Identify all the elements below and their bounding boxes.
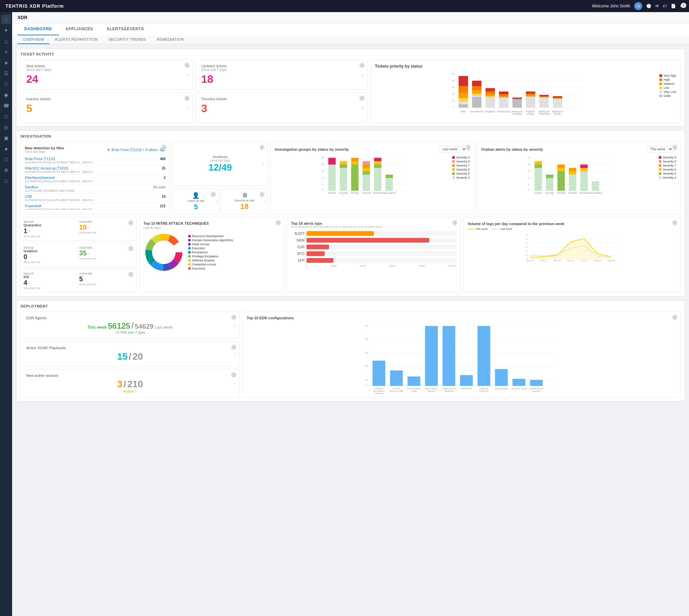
updated-tickets-card[interactable]: i Updated tickets Since last 7 days 18 › [196, 60, 368, 90]
devices-arrow[interactable]: › [264, 199, 265, 204]
quarantine-manual-arrow[interactable]: › [29, 229, 30, 234]
tag-icon[interactable]: 🏷 [663, 4, 667, 8]
detection-row-brute: Brute Force (T1110)AUTHENTICATION AUTH B… [25, 156, 165, 166]
updated-tickets-info[interactable]: i [359, 63, 365, 68]
svg-text:endpoints: endpoints [480, 390, 488, 392]
kill-auto-arrow[interactable]: › [84, 277, 86, 282]
orphan-info[interactable]: i [672, 145, 677, 150]
soar-info[interactable]: i [231, 345, 237, 350]
tab-appliances[interactable]: APPLIANCES [59, 23, 100, 35]
subtab-alerts-repartition[interactable]: ALERTS REPARTITION [49, 35, 103, 44]
sidebar-item-users2[interactable]: ⬡ [1, 155, 11, 164]
kill-manual-arrow[interactable]: › [29, 281, 30, 285]
sidebar-item-user[interactable]: ◈ [1, 144, 11, 153]
sidebar-item-shield[interactable]: ⬡ [1, 80, 11, 89]
soar-arrow[interactable]: › [234, 352, 235, 356]
new-tickets-arrow[interactable]: › [187, 72, 188, 78]
sidebar-item-users[interactable]: ◎ [1, 123, 11, 132]
inactive-tickets-card[interactable]: i Inactive tickets 5 › [21, 92, 193, 123]
isolation-auto-label: Automatic [79, 246, 133, 249]
sidebar-item-alert[interactable]: △ [1, 36, 11, 46]
sources-info[interactable]: i [231, 372, 237, 377]
alerts-type-info[interactable]: i [452, 220, 458, 225]
orphan-time-select[interactable]: This week Last week [646, 146, 673, 152]
users-arrow[interactable]: › [215, 199, 217, 204]
soar-card[interactable]: i Active SOAR Playbooks 15 / 20 › [21, 342, 240, 366]
quarantine-manual-sub: Since last 24h [24, 235, 78, 238]
priority-bar-chart: 50 40 30 20 10 0 [375, 71, 657, 115]
new-tickets-label: New tickets [26, 64, 187, 68]
isolation-auto-arrow[interactable]: › [88, 251, 89, 256]
inv-groups-info[interactable]: i [466, 145, 471, 150]
svg-text:Due encryption: Due encryption [494, 388, 508, 390]
detection-filter-btn[interactable]: ▼ Brute Force (T1110) + 6 others 28 [107, 148, 166, 152]
svg-text:Thu.22: Thu.22 [567, 259, 574, 262]
sources-arrow[interactable]: › [234, 381, 235, 386]
sidebar-item-phone[interactable]: ☎ [1, 101, 11, 110]
sidebar-item-key[interactable]: ⬡ [1, 176, 11, 186]
volume-info[interactable]: i [672, 220, 677, 225]
subtab-remediation[interactable]: REMEDIATION [151, 35, 190, 44]
incidents-arrow[interactable]: › [263, 161, 264, 166]
document-icon[interactable]: 📄 [671, 4, 676, 8]
sidebar-item-list[interactable]: ☰ [1, 69, 11, 78]
mitre-info[interactable]: i [275, 220, 281, 225]
edr-agents-info[interactable]: i [231, 314, 237, 320]
sidebar-item-box[interactable]: ▣ [1, 133, 11, 142]
isolation-manual-arrow[interactable]: › [29, 255, 30, 259]
sidebar-item-chart[interactable]: ≡ [1, 47, 11, 57]
sidebar-item-home[interactable]: ⌂ [1, 15, 11, 24]
svg-rect-87 [374, 164, 381, 168]
active-sources-card[interactable]: i New active sources 3 / 210 At time T › [21, 369, 240, 398]
incidents-info[interactable]: i [259, 145, 265, 150]
subtab-security-trends[interactable]: SECURITY TRENDS [103, 35, 151, 44]
detection-row-usb: USBAUTHENTICATION AUTH BRUT BRUTA...BRUT… [25, 194, 165, 203]
clock-icon[interactable]: 🕐 [646, 4, 651, 8]
sidebar-item-circle[interactable]: ◉ [1, 90, 11, 100]
new-tickets-card[interactable]: i New tickets Since last 7 days 24 › [21, 60, 193, 90]
overdue-tickets-card[interactable]: i Overdue tickets 3 › [196, 92, 368, 123]
edr-arrow[interactable]: › [234, 323, 235, 328]
inactive-tickets-info[interactable]: i [184, 95, 190, 101]
edr-agents-card[interactable]: i EDR Agents This week 56125 / 54629 Las… [21, 311, 240, 339]
devices-info[interactable]: i [259, 192, 265, 197]
edr-configs-info[interactable]: i [672, 314, 677, 320]
inv-groups-chart: 45 35 25 15 5 0 [275, 154, 450, 195]
kill-manual-label: Manual [24, 272, 78, 275]
inactive-tickets-value: 5 [26, 102, 187, 115]
sidebar-item-diamond[interactable]: ◈ [1, 58, 11, 67]
svg-text:0: 0 [322, 189, 324, 191]
subtab-overview[interactable]: OVERVIEW [18, 35, 49, 44]
tab-dashboard[interactable]: DASHBOARD [18, 23, 59, 35]
email-icon[interactable]: ✉ [655, 4, 659, 8]
sidebar-item-cog[interactable]: ⚙ [1, 166, 11, 175]
updated-tickets-arrow[interactable]: › [362, 72, 364, 78]
mitre-donut-container: Resource Development Domain Generation A… [143, 232, 280, 272]
isolation-info[interactable]: i [128, 246, 134, 251]
svg-text:New: New [461, 110, 466, 113]
sidebar-item-heart[interactable]: ♥ [1, 26, 11, 35]
svg-rect-21 [472, 90, 482, 93]
kill-info[interactable]: i [128, 272, 134, 277]
new-tickets-info[interactable]: i [184, 63, 190, 68]
svg-rect-12 [459, 76, 468, 86]
nav-container: XDR DASHBOARD APPLIANCES ALERTS&EVENTS O… [12, 12, 689, 44]
avatar[interactable]: JS [634, 2, 642, 10]
overdue-tickets-arrow[interactable]: › [362, 105, 364, 110]
sidebar-item-hex[interactable]: ⬡ [1, 112, 11, 121]
quarantine-auto-arrow[interactable]: › [88, 225, 89, 230]
tab-alerts-events[interactable]: ALERTS&EVENTS [100, 23, 151, 35]
svg-text:30: 30 [365, 352, 368, 354]
svg-text:protection: protection [444, 390, 453, 392]
detection-info[interactable]: i [161, 145, 167, 150]
svg-rect-193 [513, 379, 526, 386]
inactive-tickets-arrow[interactable]: › [187, 105, 188, 110]
kill-auto-value: 5 [79, 275, 83, 283]
inv-groups-time-select[interactable]: Last week This week Last month [439, 146, 467, 152]
svg-text:0: 0 [529, 189, 530, 191]
mitre-title: Top 10 MITRE ATT&CK TECHNIQUES [143, 221, 280, 225]
quarantine-info[interactable]: i [128, 220, 134, 225]
alerts-type-chart: AUDIT SIEM EDR [291, 230, 456, 268]
updated-tickets-value: 18 [201, 73, 362, 85]
overdue-tickets-info[interactable]: i [359, 95, 365, 101]
